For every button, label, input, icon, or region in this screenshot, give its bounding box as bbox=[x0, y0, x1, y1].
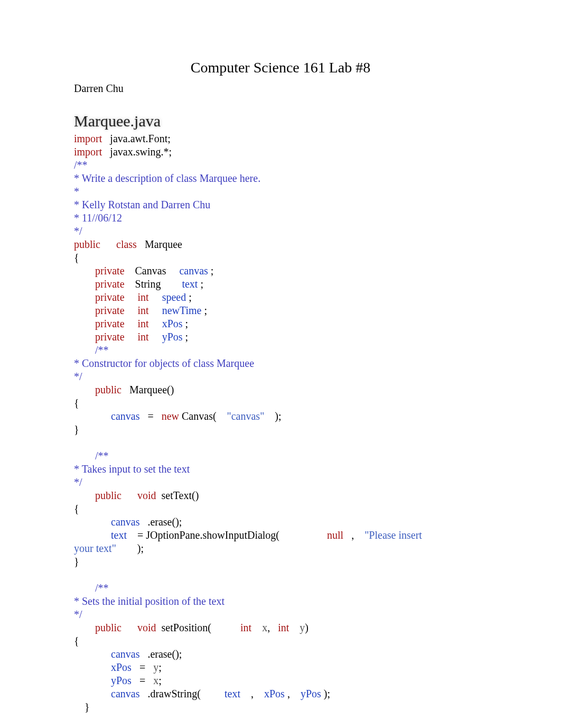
keyword-import: import bbox=[74, 146, 102, 158]
javadoc-comment: */ bbox=[74, 476, 82, 488]
keyword-public: public bbox=[74, 238, 100, 250]
indent bbox=[74, 331, 95, 343]
field-ref: text bbox=[225, 688, 240, 699]
code-text: = bbox=[139, 410, 161, 422]
javadoc-comment: * Takes input to set the text bbox=[74, 463, 190, 475]
keyword-private: private bbox=[95, 278, 125, 290]
string-literal: your text" bbox=[74, 542, 116, 554]
code-text: Canvas( bbox=[179, 410, 227, 422]
code-text bbox=[100, 238, 116, 250]
code-text: , bbox=[343, 529, 364, 541]
param-ref: x bbox=[153, 675, 158, 686]
code-text: ; bbox=[183, 331, 189, 343]
field-name: xPos bbox=[162, 318, 183, 329]
code-text: ); bbox=[264, 410, 281, 422]
keyword-int: int bbox=[278, 622, 289, 633]
brace: } bbox=[74, 701, 90, 713]
keyword-int: int bbox=[138, 331, 149, 343]
javadoc-comment: */ bbox=[74, 371, 82, 382]
indent bbox=[74, 661, 111, 673]
indent bbox=[74, 410, 111, 422]
keyword-public: public bbox=[95, 384, 121, 395]
field-ref: yPos bbox=[301, 688, 321, 699]
code-text bbox=[121, 490, 137, 501]
javadoc-comment: * Constructor for objects of class Marqu… bbox=[74, 357, 254, 369]
indent bbox=[74, 384, 95, 395]
keyword-void: void bbox=[137, 490, 156, 501]
code-text: , bbox=[285, 688, 301, 699]
keyword-public: public bbox=[95, 622, 121, 633]
brace: { bbox=[74, 397, 79, 409]
author-name: Darren Chu bbox=[74, 82, 487, 95]
code-text: Marquee bbox=[137, 238, 182, 250]
indent bbox=[74, 675, 111, 686]
field-ref: text bbox=[111, 529, 127, 541]
indent bbox=[74, 318, 95, 329]
code-text: .erase(); bbox=[139, 648, 182, 660]
field-ref: canvas bbox=[111, 410, 139, 422]
code-text: Marquee() bbox=[121, 384, 174, 395]
param-name: x bbox=[251, 622, 267, 633]
code-text bbox=[125, 331, 138, 343]
javadoc-comment: /** bbox=[95, 344, 109, 356]
param-name: y bbox=[289, 622, 305, 633]
field-name: speed bbox=[162, 291, 186, 303]
field-ref: canvas bbox=[111, 516, 139, 528]
code-text: .erase(); bbox=[139, 516, 182, 528]
indent bbox=[74, 529, 111, 541]
javadoc-comment: * Sets the initial position of the text bbox=[74, 595, 225, 607]
keyword-private: private bbox=[95, 265, 125, 277]
keyword-public: public bbox=[95, 490, 121, 501]
string-literal: "canvas" bbox=[227, 410, 265, 422]
code-text: ; bbox=[208, 265, 214, 277]
brace: { bbox=[74, 252, 79, 263]
code-text: String bbox=[125, 278, 182, 290]
keyword-private: private bbox=[95, 331, 125, 343]
indent bbox=[74, 450, 95, 462]
code-text bbox=[149, 318, 162, 329]
code-text: ; bbox=[186, 291, 192, 303]
code-text: java.awt.Font; bbox=[102, 133, 170, 144]
indent bbox=[74, 265, 95, 277]
keyword-int: int bbox=[138, 305, 149, 316]
javadoc-comment: */ bbox=[74, 609, 82, 620]
code-text bbox=[125, 291, 138, 303]
code-text: = bbox=[132, 675, 153, 686]
code-text: = bbox=[132, 661, 153, 673]
code-text: Canvas bbox=[125, 265, 180, 277]
code-text: , bbox=[267, 622, 278, 633]
field-name: canvas bbox=[179, 265, 208, 277]
javadoc-comment: /** bbox=[74, 159, 88, 171]
code-block: import java.awt.Font; import javax.swing… bbox=[74, 132, 487, 714]
code-text: ; bbox=[198, 278, 203, 290]
code-text bbox=[121, 622, 137, 633]
brace: } bbox=[74, 556, 79, 567]
keyword-private: private bbox=[95, 305, 125, 316]
code-text: ; bbox=[158, 661, 162, 673]
field-ref: canvas bbox=[111, 648, 139, 660]
field-ref: xPos bbox=[111, 661, 132, 673]
code-text: ); bbox=[116, 542, 144, 554]
javadoc-comment: * bbox=[74, 186, 79, 197]
javadoc-comment: * Write a description of class Marquee h… bbox=[74, 172, 260, 184]
keyword-int: int bbox=[138, 318, 149, 329]
keyword-private: private bbox=[95, 291, 125, 303]
keyword-void: void bbox=[137, 622, 156, 633]
code-text bbox=[149, 291, 162, 303]
code-text: ) bbox=[305, 622, 308, 633]
indent bbox=[74, 291, 95, 303]
keyword-new: new bbox=[162, 410, 179, 422]
field-ref: canvas bbox=[111, 688, 139, 699]
field-name: text bbox=[182, 278, 198, 290]
indent bbox=[74, 688, 111, 699]
javadoc-comment: */ bbox=[74, 225, 82, 237]
keyword-int: int bbox=[138, 291, 149, 303]
param-ref: y bbox=[153, 661, 158, 673]
code-text: ; bbox=[158, 675, 162, 686]
indent bbox=[74, 622, 95, 633]
indent bbox=[74, 344, 95, 356]
indent bbox=[74, 305, 95, 316]
javadoc-comment: /** bbox=[95, 450, 109, 462]
code-text bbox=[125, 305, 138, 316]
code-text bbox=[149, 305, 162, 316]
